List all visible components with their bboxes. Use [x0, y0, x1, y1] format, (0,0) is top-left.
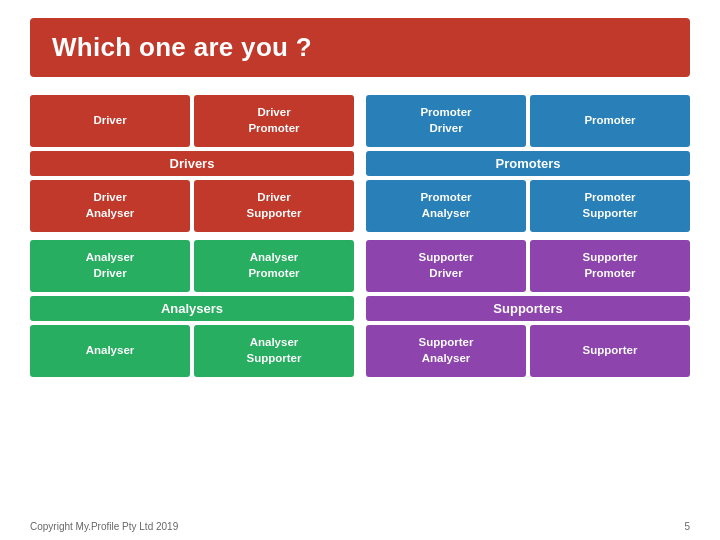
- cell-driver-analyser: Driver Analyser: [30, 180, 190, 232]
- right-bottom-row: Supporter Analyser Supporter: [366, 325, 690, 377]
- cell-promoter-analyser: Promoter Analyser: [366, 180, 526, 232]
- left-half: Driver Driver Promoter Drivers Driver An…: [30, 95, 354, 515]
- supporters-label-row: Supporters: [366, 296, 690, 321]
- cell-analyser-promoter: Analyser Promoter: [194, 240, 354, 292]
- cell-driver-supporter: Driver Supporter: [194, 180, 354, 232]
- page-number: 5: [684, 521, 690, 532]
- promoters-label-row: Promoters: [366, 151, 690, 176]
- cell-promoter: Promoter: [530, 95, 690, 147]
- cell-driver: Driver: [30, 95, 190, 147]
- footer: Copyright My.Profile Pty Ltd 2019 5: [0, 515, 720, 540]
- right-half: Promoter Driver Promoter Promoters Promo…: [366, 95, 690, 515]
- left-analyser-row: Analyser Driver Analyser Promoter: [30, 240, 354, 292]
- left-mid-row: Driver Analyser Driver Supporter: [30, 180, 354, 232]
- copyright-text: Copyright My.Profile Pty Ltd 2019: [30, 521, 178, 532]
- cell-promoter-driver: Promoter Driver: [366, 95, 526, 147]
- drivers-label: Drivers: [30, 151, 354, 176]
- right-top-row: Promoter Driver Promoter: [366, 95, 690, 147]
- page-title: Which one are you ?: [52, 32, 668, 63]
- cell-supporter-promoter: Supporter Promoter: [530, 240, 690, 292]
- analysers-label-row: Analysers: [30, 296, 354, 321]
- drivers-label-row: Drivers: [30, 151, 354, 176]
- cell-supporter-driver: Supporter Driver: [366, 240, 526, 292]
- cell-analyser-driver: Analyser Driver: [30, 240, 190, 292]
- cell-analyser-supporter: Analyser Supporter: [194, 325, 354, 377]
- left-top-row: Driver Driver Promoter: [30, 95, 354, 147]
- left-bottom-row: Analyser Analyser Supporter: [30, 325, 354, 377]
- cell-supporter-analyser: Supporter Analyser: [366, 325, 526, 377]
- cell-analyser: Analyser: [30, 325, 190, 377]
- right-supporter-row: Supporter Driver Supporter Promoter: [366, 240, 690, 292]
- cell-supporter: Supporter: [530, 325, 690, 377]
- cell-promoter-supporter: Promoter Supporter: [530, 180, 690, 232]
- supporters-label: Supporters: [366, 296, 690, 321]
- cell-driver-promoter: Driver Promoter: [194, 95, 354, 147]
- promoters-label: Promoters: [366, 151, 690, 176]
- page: Which one are you ? Driver Driver Promot…: [0, 0, 720, 540]
- header-banner: Which one are you ?: [30, 18, 690, 77]
- analysers-label: Analysers: [30, 296, 354, 321]
- main-grid: Driver Driver Promoter Drivers Driver An…: [30, 95, 690, 515]
- right-mid-row: Promoter Analyser Promoter Supporter: [366, 180, 690, 232]
